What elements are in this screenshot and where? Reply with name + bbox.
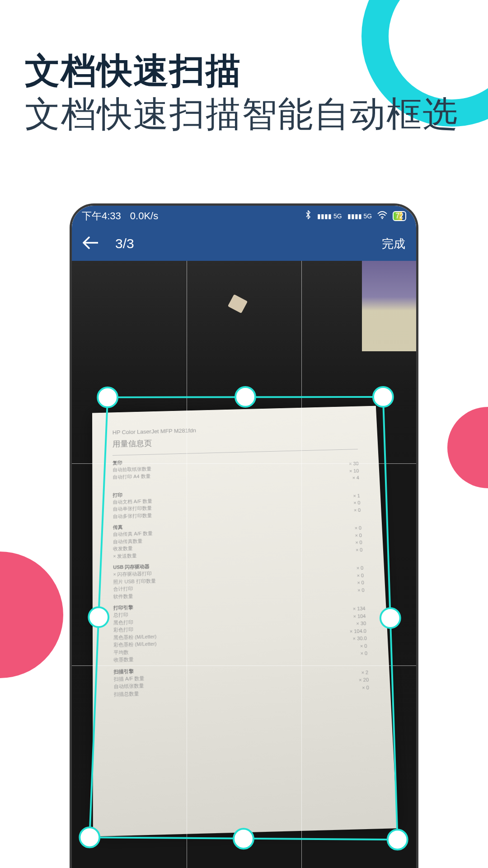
done-button[interactable]: 完成 bbox=[382, 236, 405, 252]
grid-line bbox=[301, 261, 302, 868]
phone-frame: 下午4:33 0.0K/s ▮▮▮▮ 5G ▮▮▮▮ 5G 72 bbox=[70, 203, 418, 868]
wifi-icon bbox=[377, 210, 387, 222]
bg-object-box bbox=[362, 261, 416, 351]
crop-handle-br[interactable] bbox=[388, 830, 408, 849]
back-button[interactable] bbox=[83, 236, 98, 252]
scanned-document: HP Color LaserJet MFP M281fdn 用量信息页 复印 自… bbox=[92, 406, 397, 837]
bluetooth-icon bbox=[305, 210, 312, 222]
grid-line bbox=[72, 463, 416, 464]
bg-object-chip bbox=[228, 294, 248, 313]
promo-header: 文档快速扫描 文档快速扫描智能自动框选 bbox=[25, 50, 459, 136]
crop-handle-tr[interactable] bbox=[373, 387, 393, 407]
promo-subtitle: 文档快速扫描智能自动框选 bbox=[25, 92, 459, 137]
status-net-speed: 0.0K/s bbox=[130, 210, 158, 222]
crop-handle-tl[interactable] bbox=[98, 387, 117, 407]
svg-point-0 bbox=[382, 217, 383, 219]
signal-5g-2-icon: ▮▮▮▮ 5G bbox=[347, 212, 372, 220]
decoration-circle-pink-right bbox=[447, 407, 488, 488]
battery-icon: 72 bbox=[393, 211, 406, 221]
promo-title: 文档快速扫描 bbox=[25, 50, 459, 92]
signal-5g-1-icon: ▮▮▮▮ 5G bbox=[317, 212, 342, 220]
doc-title: 用量信息页 bbox=[113, 433, 357, 449]
status-bar: 下午4:33 0.0K/s ▮▮▮▮ 5G ▮▮▮▮ 5G 72 bbox=[72, 206, 416, 226]
page-counter: 3/3 bbox=[115, 236, 382, 251]
app-bar: 3/3 完成 bbox=[72, 226, 416, 261]
grid-line bbox=[72, 665, 416, 666]
status-time: 下午4:33 bbox=[82, 209, 121, 223]
decoration-circle-pink-left bbox=[0, 552, 63, 678]
grid-line bbox=[187, 261, 187, 868]
battery-level: 72 bbox=[395, 212, 404, 220]
camera-viewport[interactable]: HP Color LaserJet MFP M281fdn 用量信息页 复印 自… bbox=[72, 261, 416, 868]
crop-handle-top[interactable] bbox=[235, 387, 255, 407]
